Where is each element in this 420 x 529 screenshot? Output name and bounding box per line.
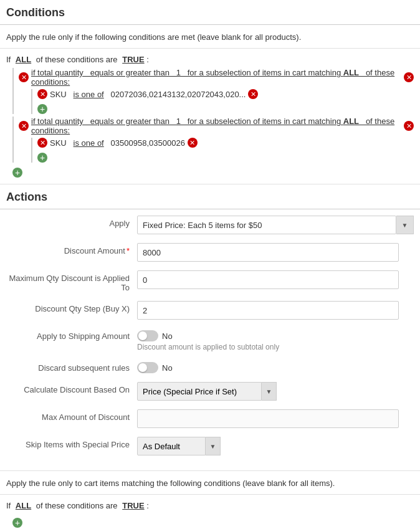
sub-label-1[interactable]: SKU is one of 02072036,02143132,02072043…	[50, 90, 246, 99]
discard-rules-row: Discard subsequent rules No	[6, 360, 414, 373]
sub-condition-1: ✕ SKU is one of 02072036,02143132,020720…	[31, 89, 414, 114]
bottom-description: Apply the rule only to cart items matchi…	[0, 470, 420, 495]
max-qty-row: Maximum Qty Discount is Applied To	[6, 270, 414, 292]
calc-discount-row: Calculate Discount Based On Price (Speci…	[6, 382, 414, 401]
remove-sub-1[interactable]: ✕	[37, 89, 47, 99]
bottom-conditions-true: of these conditions are	[36, 501, 118, 510]
bottom-conditions: If ALL of these conditions are TRUE : +	[0, 495, 420, 529]
apply-select-wrapper: Fixed Price: Each 5 items for $50 Percen…	[137, 216, 414, 234]
conditions-description: Apply the rule only if the following con…	[0, 25, 420, 49]
remove-sub-2[interactable]: ✕	[37, 138, 47, 148]
calc-discount-select[interactable]: Price (Special Price if Set) Original Pr…	[137, 382, 262, 401]
add-bottom-condition[interactable]: +	[12, 518, 22, 528]
if-all-line: If ALL of these conditions are TRUE :	[6, 55, 414, 64]
calc-discount-arrow[interactable]: ▼	[262, 382, 277, 401]
remove-sub-2b[interactable]: ✕	[188, 138, 198, 148]
skip-items-select-wrapper: As Default Yes No ▼	[137, 437, 221, 455]
discard-rules-toggle[interactable]	[137, 362, 158, 373]
discount-qty-step-row: Discount Qty Step (Buy X)	[6, 301, 414, 320]
max-amount-input[interactable]	[137, 409, 399, 428]
skip-items-label: Skip Items with Special Price	[6, 437, 137, 449]
condition-row-2: ✕ if total quantity equals or greater th…	[19, 117, 414, 135]
sub-row-2: ✕ SKU is one of 03500958,03500026 ✕	[37, 138, 414, 148]
remove-group-2[interactable]: ✕	[404, 121, 414, 131]
condition-row-1: ✕ if total quantity equals or greater th…	[19, 68, 414, 87]
sub-row-1: ✕ SKU is one of 02072036,02143132,020720…	[37, 89, 414, 99]
max-qty-label: Maximum Qty Discount is Applied To	[6, 270, 137, 292]
remove-btn-2[interactable]: ✕	[19, 121, 29, 131]
apply-shipping-control: No Discount amount is applied to subtota…	[137, 328, 279, 351]
apply-select-arrow[interactable]: ▼	[396, 216, 414, 234]
discount-amount-label: Discount Amount*	[6, 243, 137, 255]
skip-items-row: Skip Items with Special Price As Default…	[6, 437, 414, 455]
condition-group-2: ✕ if total quantity equals or greater th…	[12, 117, 414, 163]
add-sub-condition-2[interactable]: +	[37, 153, 47, 163]
condition-group-1: ✕ if total quantity equals or greater th…	[12, 68, 414, 114]
conditions-block: If ALL of these conditions are TRUE : ✕ …	[0, 49, 420, 184]
sub-condition-2: ✕ SKU is one of 03500958,03500026 ✕ +	[31, 138, 414, 163]
if-label: If	[6, 55, 11, 64]
discount-amount-input[interactable]	[137, 243, 399, 262]
actions-title: Actions	[0, 184, 420, 209]
max-qty-input[interactable]	[137, 270, 399, 289]
apply-shipping-toggle-knob	[138, 331, 147, 340]
bottom-all-keyword[interactable]: ALL	[16, 501, 31, 510]
apply-select[interactable]: Fixed Price: Each 5 items for $50 Percen…	[137, 216, 396, 234]
conditions-are-label: of these conditions are	[36, 55, 118, 64]
apply-row: Apply Fixed Price: Each 5 items for $50 …	[6, 216, 414, 234]
discard-rules-toggle-label: No	[162, 363, 173, 373]
add-sub-condition-1[interactable]: +	[37, 104, 47, 114]
actions-block: Apply Fixed Price: Each 5 items for $50 …	[0, 209, 420, 470]
skip-items-arrow[interactable]: ▼	[206, 437, 221, 455]
remove-group-1[interactable]: ✕	[404, 72, 414, 82]
apply-shipping-toggle[interactable]	[137, 330, 158, 341]
apply-shipping-toggle-label: No	[162, 331, 173, 341]
condition-label-2[interactable]: if total quantity equals or greater than…	[31, 117, 401, 135]
discount-qty-step-label: Discount Qty Step (Buy X)	[6, 301, 137, 313]
sub-label-2[interactable]: SKU is one of 03500958,03500026	[50, 138, 185, 148]
remove-sub-1b[interactable]: ✕	[248, 89, 258, 99]
discount-amount-row: Discount Amount*	[6, 243, 414, 262]
actions-section: Actions Apply Fixed Price: Each 5 items …	[0, 184, 420, 470]
apply-shipping-toggle-wrapper: No	[137, 328, 279, 341]
apply-label: Apply	[6, 216, 137, 228]
bottom-if-line: If ALL of these conditions are TRUE :	[6, 501, 414, 510]
apply-shipping-row: Apply to Shipping Amount No Discount amo…	[6, 328, 414, 351]
remove-btn-1[interactable]: ✕	[19, 72, 29, 82]
bottom-true-keyword[interactable]: TRUE	[122, 501, 144, 510]
max-amount-row: Max Amount of Discount	[6, 409, 414, 428]
discard-rules-toggle-knob	[138, 363, 147, 372]
all-keyword[interactable]: ALL	[16, 55, 31, 64]
conditions-title: Conditions	[0, 0, 420, 25]
calc-discount-label: Calculate Discount Based On	[6, 382, 137, 394]
add-main-condition[interactable]: +	[12, 168, 22, 178]
bottom-if-label: If	[6, 501, 11, 510]
true-keyword[interactable]: TRUE	[122, 55, 144, 64]
condition-label-1[interactable]: if total quantity equals or greater than…	[31, 68, 401, 87]
discard-rules-label: Discard subsequent rules	[6, 360, 137, 373]
conditions-section: Conditions Apply the rule only if the fo…	[0, 0, 420, 184]
discard-rules-toggle-wrapper: No	[137, 360, 173, 373]
shipping-hint: Discount amount is applied to subtotal o…	[137, 343, 279, 351]
apply-shipping-label: Apply to Shipping Amount	[6, 328, 137, 341]
max-amount-label: Max Amount of Discount	[6, 409, 137, 422]
calc-discount-select-wrapper: Price (Special Price if Set) Original Pr…	[137, 382, 277, 401]
discount-qty-step-input[interactable]	[137, 301, 399, 320]
skip-items-select[interactable]: As Default Yes No	[137, 437, 206, 455]
